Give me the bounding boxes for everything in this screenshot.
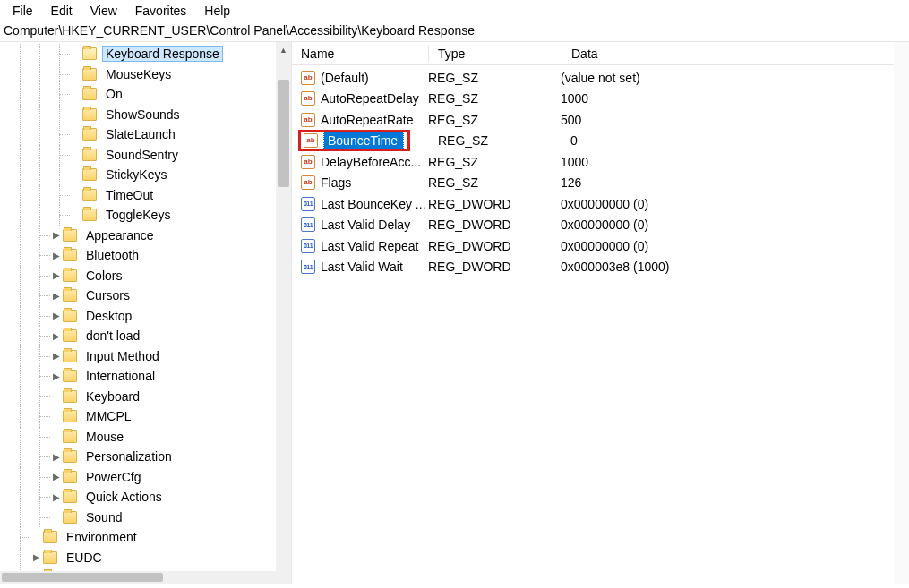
- tree-item[interactable]: SlateLaunch: [0, 124, 291, 145]
- tree-item[interactable]: TimeOut: [0, 185, 291, 206]
- tree-item[interactable]: ▶Desktop: [0, 306, 291, 327]
- tree-item[interactable]: ▶Cursors: [0, 285, 291, 306]
- tree-item-label: Sound: [82, 509, 125, 525]
- tree-item[interactable]: MouseKeys: [0, 64, 291, 85]
- value-data: 126: [561, 175, 909, 190]
- value-row[interactable]: (Default)REG_SZ(value not set): [292, 67, 909, 89]
- menu-favorites[interactable]: Favorites: [128, 2, 194, 20]
- folder-icon: [63, 490, 77, 503]
- column-headers: Name Type Data: [292, 42, 909, 65]
- value-data: 0: [570, 133, 578, 148]
- chevron-right-icon[interactable]: ▶: [50, 311, 63, 320]
- column-header-name[interactable]: Name: [292, 47, 428, 61]
- tree-item[interactable]: Keyboard Response: [0, 44, 291, 64]
- address-bar[interactable]: Computer\HKEY_CURRENT_USER\Control Panel…: [0, 21, 909, 42]
- chevron-right-icon[interactable]: ▶: [50, 251, 63, 260]
- tree-item[interactable]: ▶Quick Actions: [0, 487, 291, 507]
- tree-item[interactable]: ▶Colors: [0, 266, 291, 286]
- reg-dword-icon: [301, 239, 315, 253]
- chevron-right-icon[interactable]: ▶: [50, 270, 63, 280]
- folder-icon: [82, 149, 97, 161]
- tree-item[interactable]: ▶EUDC: [0, 548, 291, 568]
- value-name: DelayBeforeAcc...: [321, 155, 428, 169]
- chevron-right-icon[interactable]: ▶: [50, 452, 63, 462]
- tree-item[interactable]: Mouse: [0, 427, 291, 447]
- folder-icon: [63, 511, 77, 524]
- value-row[interactable]: Last Valid WaitREG_DWORD0x000003e8 (1000…: [292, 257, 909, 278]
- reg-sz-icon: [304, 133, 318, 148]
- value-name: (Default): [321, 71, 428, 85]
- tree-item[interactable]: ▶Input Method: [0, 346, 291, 367]
- value-type: REG_DWORD: [428, 217, 561, 232]
- folder-icon: [43, 531, 57, 543]
- tree-item-label: International: [82, 368, 159, 384]
- chevron-right-icon[interactable]: ▶: [50, 230, 63, 240]
- tree-item-label: Input Method: [82, 348, 163, 364]
- tree-horizontal-scrollbar[interactable]: [0, 571, 276, 584]
- tree-item[interactable]: ShowSounds: [0, 105, 291, 125]
- list-vertical-scrollbar[interactable]: [894, 42, 909, 584]
- tree-item[interactable]: StickyKeys: [0, 165, 291, 185]
- tree-item[interactable]: ▶Personalization: [0, 447, 291, 467]
- value-row[interactable]: Last Valid RepeatREG_DWORD0x00000000 (0): [292, 235, 909, 257]
- tree-item[interactable]: ▶don't load: [0, 326, 291, 346]
- value-row[interactable]: AutoRepeatRateREG_SZ500: [292, 109, 909, 131]
- tree-item-label: On: [102, 86, 126, 102]
- column-header-type[interactable]: Type: [429, 47, 562, 61]
- tree-item[interactable]: Sound: [0, 507, 291, 528]
- scroll-thumb[interactable]: [278, 80, 289, 187]
- chevron-right-icon[interactable]: ▶: [50, 371, 63, 381]
- scroll-thumb[interactable]: [2, 573, 163, 582]
- tree-item[interactable]: ToggleKeys: [0, 205, 291, 226]
- registry-tree[interactable]: Keyboard ResponseMouseKeysOnShowSoundsSl…: [0, 42, 291, 571]
- tree-item[interactable]: Keyboard: [0, 387, 291, 407]
- value-row[interactable]: Last Valid DelayREG_DWORD0x00000000 (0): [292, 215, 909, 236]
- value-row[interactable]: FlagsREG_SZ126: [292, 173, 909, 194]
- value-name: BounceTime: [323, 132, 404, 149]
- menu-file[interactable]: File: [5, 2, 40, 20]
- tree-item[interactable]: ▶Appearance: [0, 226, 291, 246]
- tree-item[interactable]: ▶PowerCfg: [0, 467, 291, 488]
- chevron-right-icon[interactable]: ▶: [50, 351, 63, 361]
- folder-icon: [82, 189, 97, 201]
- tree-item[interactable]: Environment: [0, 527, 291, 548]
- tree-vertical-scrollbar[interactable]: ▲ ▼: [276, 42, 291, 584]
- chevron-right-icon[interactable]: ▶: [50, 492, 63, 502]
- tree-item-label: TimeOut: [102, 187, 157, 203]
- values-list[interactable]: (Default)REG_SZ(value not set)AutoRepeat…: [292, 65, 909, 277]
- value-name: Last BounceKey ...: [321, 197, 428, 211]
- value-data: 0x000003e8 (1000): [561, 260, 909, 274]
- content-area: Keyboard ResponseMouseKeysOnShowSoundsSl…: [0, 42, 909, 584]
- tree-item[interactable]: SoundSentry: [0, 145, 291, 166]
- tree-item-label: Bluetooth: [82, 247, 142, 263]
- column-header-data[interactable]: Data: [562, 47, 908, 61]
- value-type: REG_SZ: [428, 71, 561, 85]
- chevron-right-icon[interactable]: ▶: [30, 552, 43, 562]
- value-row[interactable]: BounceTimeREG_SZ0: [292, 131, 909, 152]
- value-data: 0x00000000 (0): [561, 239, 909, 253]
- tree-item[interactable]: MMCPL: [0, 406, 291, 427]
- chevron-right-icon[interactable]: ▶: [50, 472, 63, 481]
- menu-help[interactable]: Help: [197, 2, 237, 20]
- value-type: REG_DWORD: [428, 239, 561, 253]
- scroll-up-icon[interactable]: ▲: [276, 42, 291, 57]
- value-row[interactable]: Last BounceKey ...REG_DWORD0x00000000 (0…: [292, 193, 909, 215]
- tree-item[interactable]: ▶International: [0, 366, 291, 387]
- value-row[interactable]: AutoRepeatDelayREG_SZ1000: [292, 89, 909, 110]
- chevron-right-icon[interactable]: ▶: [50, 291, 63, 301]
- tree-item[interactable]: On: [0, 84, 291, 105]
- value-row[interactable]: DelayBeforeAcc...REG_SZ1000: [292, 151, 909, 173]
- scroll-corner: [276, 571, 291, 584]
- value-type: REG_SZ: [428, 91, 561, 106]
- menu-view[interactable]: View: [83, 2, 124, 20]
- folder-icon: [63, 390, 77, 403]
- tree-item[interactable]: ▶Bluetooth: [0, 245, 291, 266]
- value-name: Last Valid Delay: [321, 217, 428, 232]
- reg-sz-icon: [301, 91, 315, 106]
- folder-icon: [63, 350, 77, 362]
- reg-sz-icon: [301, 155, 315, 169]
- folder-icon: [82, 68, 97, 81]
- menu-edit[interactable]: Edit: [44, 2, 80, 20]
- tree-item-label: ShowSounds: [102, 107, 184, 123]
- chevron-right-icon[interactable]: ▶: [50, 331, 63, 341]
